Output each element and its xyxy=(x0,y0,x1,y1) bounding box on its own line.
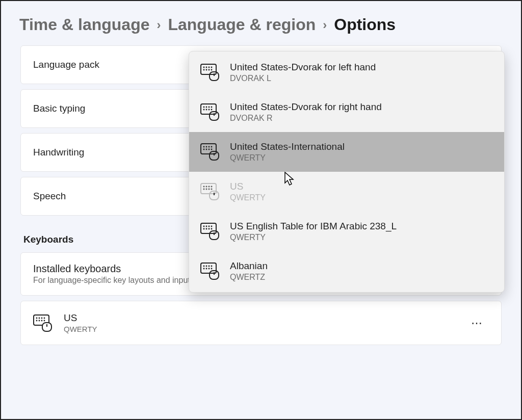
keyboard-icon xyxy=(200,64,221,81)
svg-point-17 xyxy=(206,69,207,71)
keyboard-icon xyxy=(200,262,221,280)
svg-point-60 xyxy=(203,228,205,230)
svg-point-3 xyxy=(41,317,43,319)
svg-point-15 xyxy=(211,67,213,68)
keyboard-layout-flyout: United States-Dvorak for left hand DVORA… xyxy=(189,51,505,293)
keyboard-icon xyxy=(33,314,54,332)
svg-rect-53 xyxy=(210,191,219,200)
svg-point-7 xyxy=(41,320,43,321)
svg-point-16 xyxy=(203,69,205,71)
card-label: Speech xyxy=(33,191,66,201)
svg-point-6 xyxy=(39,320,40,321)
svg-point-49 xyxy=(203,189,205,190)
breadcrumb-current: Options xyxy=(334,15,396,34)
keyboard-icon xyxy=(200,183,221,200)
keyboard-icon xyxy=(200,103,221,121)
flyout-item[interactable]: United States-Dvorak for right hand DVOR… xyxy=(189,92,504,132)
svg-point-62 xyxy=(208,228,210,230)
svg-point-4 xyxy=(44,317,45,319)
svg-rect-20 xyxy=(210,72,219,81)
svg-point-38 xyxy=(203,149,205,150)
svg-point-5 xyxy=(36,320,38,321)
svg-point-26 xyxy=(211,107,213,108)
chevron-right-icon: › xyxy=(323,18,327,32)
keyboard-icon xyxy=(200,143,221,161)
svg-point-48 xyxy=(211,186,213,188)
svg-point-29 xyxy=(208,109,210,111)
breadcrumb: Time & language › Language & region › Op… xyxy=(1,1,521,45)
flyout-item[interactable]: Albanian QWERTZ xyxy=(189,251,504,291)
svg-point-63 xyxy=(211,228,213,230)
flyout-item-layout: QWERTY xyxy=(230,153,345,163)
svg-point-69 xyxy=(208,266,210,267)
svg-rect-9 xyxy=(42,323,51,331)
svg-point-45 xyxy=(203,186,205,188)
svg-rect-66 xyxy=(201,263,216,273)
more-options-button[interactable]: ⋯ xyxy=(466,313,489,333)
svg-point-72 xyxy=(206,268,207,270)
svg-point-56 xyxy=(203,226,205,227)
svg-point-23 xyxy=(203,107,205,108)
flyout-item-name: Albanian xyxy=(230,260,268,272)
svg-point-40 xyxy=(208,149,210,150)
svg-rect-33 xyxy=(201,144,216,154)
svg-rect-75 xyxy=(210,271,219,279)
svg-point-37 xyxy=(211,146,213,148)
svg-point-71 xyxy=(203,268,205,270)
svg-point-1 xyxy=(36,317,38,319)
svg-rect-31 xyxy=(210,112,219,120)
svg-point-12 xyxy=(203,67,205,68)
breadcrumb-item-language-region[interactable]: Language & region xyxy=(168,15,316,34)
svg-point-19 xyxy=(211,69,213,71)
svg-point-58 xyxy=(208,226,210,227)
svg-rect-55 xyxy=(201,223,216,233)
flyout-item-name: United States-International xyxy=(230,141,345,152)
flyout-item-name: US xyxy=(230,181,266,192)
flyout-item: US QWERTY xyxy=(189,172,504,212)
installed-keyboard-layout: QWERTY xyxy=(64,325,97,333)
flyout-item-layout: QWERTY xyxy=(230,193,266,202)
svg-point-18 xyxy=(208,69,210,71)
installed-keyboard-name: US xyxy=(64,312,97,324)
svg-point-36 xyxy=(208,146,210,148)
svg-point-8 xyxy=(44,320,45,321)
svg-point-28 xyxy=(206,109,207,111)
installed-keyboard-item[interactable]: US QWERTY ⋯ xyxy=(20,301,502,345)
flyout-item[interactable]: US English Table for IBM Arabic 238_L QW… xyxy=(189,212,504,251)
flyout-item-layout: DVORAK L xyxy=(230,74,376,83)
svg-rect-22 xyxy=(201,104,216,114)
svg-point-27 xyxy=(203,109,205,111)
svg-point-52 xyxy=(211,189,213,190)
svg-point-57 xyxy=(206,226,207,227)
svg-point-59 xyxy=(211,226,213,227)
svg-point-39 xyxy=(206,149,207,150)
svg-point-41 xyxy=(211,149,213,150)
flyout-item[interactable]: United States-Dvorak for left hand DVORA… xyxy=(189,52,504,92)
flyout-item-layout: QWERTY xyxy=(230,233,397,242)
card-label: Handwriting xyxy=(33,147,84,158)
svg-rect-11 xyxy=(201,64,216,74)
chevron-right-icon: › xyxy=(156,18,161,32)
card-label: Basic typing xyxy=(33,103,85,114)
svg-point-47 xyxy=(208,186,210,188)
flyout-item-layout: DVORAK R xyxy=(230,114,382,123)
svg-point-50 xyxy=(206,189,207,190)
svg-point-25 xyxy=(208,107,210,108)
svg-point-67 xyxy=(203,266,205,267)
svg-point-68 xyxy=(206,266,207,267)
svg-point-14 xyxy=(208,67,210,68)
svg-point-30 xyxy=(211,109,213,111)
svg-point-74 xyxy=(211,268,213,270)
breadcrumb-item-time-language[interactable]: Time & language xyxy=(19,15,149,34)
flyout-item[interactable]: United States-International QWERTY xyxy=(189,132,504,172)
svg-point-51 xyxy=(208,189,210,190)
svg-rect-42 xyxy=(210,151,219,160)
svg-point-61 xyxy=(206,228,207,230)
svg-point-34 xyxy=(203,146,205,148)
svg-point-24 xyxy=(206,107,207,108)
svg-point-46 xyxy=(206,186,207,188)
svg-point-70 xyxy=(211,266,213,267)
svg-point-73 xyxy=(208,268,210,270)
svg-point-35 xyxy=(206,146,207,148)
keyboard-icon xyxy=(200,223,221,240)
